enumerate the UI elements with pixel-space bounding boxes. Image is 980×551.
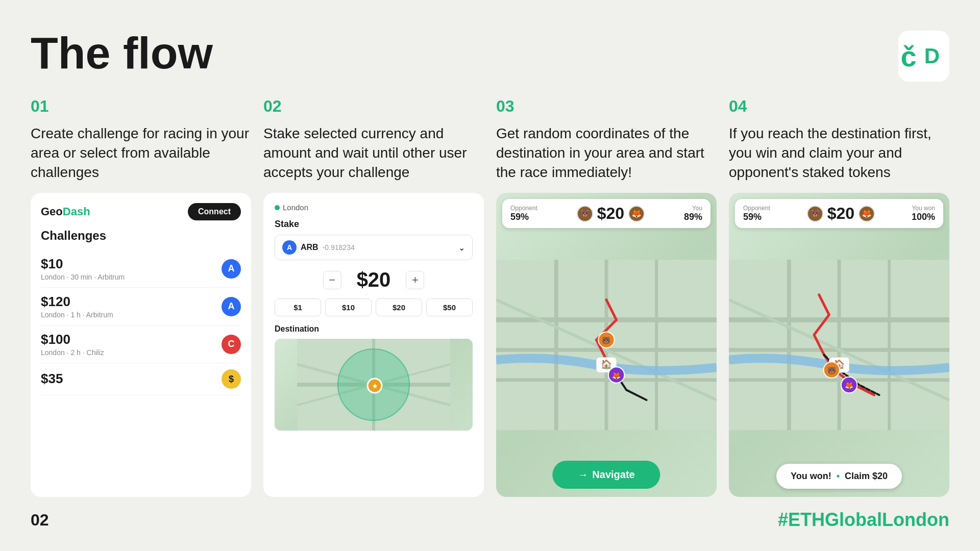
challenges-title: Challenges bbox=[41, 229, 241, 243]
location-header: London bbox=[275, 203, 473, 212]
opponent-pct: 59% bbox=[510, 212, 529, 222]
step-3-number: 03 bbox=[496, 97, 717, 116]
won-opponent-avatar: 🐻 bbox=[807, 206, 823, 222]
you-pct: 89% bbox=[684, 212, 702, 222]
step-2: 02 Stake selected currency and amount an… bbox=[263, 97, 484, 497]
token-name: ARB bbox=[301, 243, 318, 252]
navigate-button[interactable]: → Navigate bbox=[552, 461, 660, 489]
footer-hashtag: #ETHGlobalLondon bbox=[778, 509, 949, 531]
chevron-down-icon: ⌄ bbox=[458, 243, 465, 253]
won-map-svg: 🏠 🐻 🦊 bbox=[729, 193, 949, 497]
stake-amount-value: $20 bbox=[357, 268, 391, 291]
won-map-bg: 🏠 🐻 🦊 bbox=[729, 193, 949, 497]
race-map-svg: 🏠 🐻 🦊 bbox=[496, 193, 717, 497]
you-label: You bbox=[692, 205, 702, 212]
won-opponent-pct: 59% bbox=[743, 212, 762, 222]
challenge-item-2: $120 London · 1 h · Arbitrum A bbox=[41, 288, 241, 325]
location-dot bbox=[275, 205, 280, 210]
quick-btn-50[interactable]: $50 bbox=[426, 298, 473, 316]
quick-btn-20[interactable]: $20 bbox=[376, 298, 422, 316]
logo-box: č D bbox=[898, 31, 949, 82]
arb-circle-icon: A bbox=[282, 240, 297, 255]
opponent-label: Opponent bbox=[510, 205, 537, 212]
claim-label: Claim $20 bbox=[845, 471, 888, 482]
hud-amount: $20 bbox=[597, 204, 624, 223]
token-icon-chiliz: C bbox=[222, 335, 241, 354]
challenge-amount-1: $10 bbox=[41, 256, 125, 272]
minus-button[interactable]: − bbox=[323, 271, 341, 289]
race-map-bg: 🏠 🐻 🦊 bbox=[496, 193, 717, 497]
player-avatar: 🦊 bbox=[628, 206, 645, 222]
svg-text:🦊: 🦊 bbox=[845, 381, 854, 390]
map-bg: ★ bbox=[275, 339, 473, 431]
opponent-avatar: 🐻 bbox=[577, 206, 593, 222]
svg-text:🐻: 🐻 bbox=[827, 366, 837, 375]
token-icon-arb-1: A bbox=[222, 259, 241, 279]
step-4-card: Opponent 59% 🐻 $20 🦊 You won 100% bbox=[729, 193, 949, 497]
logo-icon: č bbox=[900, 40, 916, 73]
step-3-card: Opponent 59% 🐻 $20 🦊 You 89% bbox=[496, 193, 717, 497]
race-hud: Opponent 59% 🐻 $20 🦊 You 89% bbox=[502, 199, 710, 228]
won-hud-amount: $20 bbox=[827, 204, 854, 223]
token-selector[interactable]: A ARB -0.918234 ⌄ bbox=[275, 235, 473, 260]
stake-label: Stake bbox=[275, 219, 473, 230]
quick-amounts: $1 $10 $20 $50 bbox=[275, 298, 473, 316]
step-2-desc: Stake selected currency and amount and w… bbox=[263, 124, 484, 183]
challenge-amount-4: $35 bbox=[41, 371, 63, 387]
token-icon-yellow: $ bbox=[222, 369, 241, 389]
challenge-meta-1: London · 30 min · Arbitrum bbox=[41, 273, 125, 281]
svg-text:🐻: 🐻 bbox=[602, 336, 611, 345]
won-opponent-label: Opponent bbox=[743, 205, 770, 212]
svg-text:D: D bbox=[924, 44, 939, 68]
step-1-card: GeoDash Connect Challenges $10 London · … bbox=[31, 193, 251, 497]
geodash-header: GeoDash Connect bbox=[41, 203, 241, 220]
challenge-item-3: $100 London · 2 h · Chiliz C bbox=[41, 325, 241, 363]
hud-you: You 89% bbox=[684, 205, 702, 222]
won-hud-center: 🐻 $20 🦊 bbox=[775, 204, 906, 223]
challenge-amount-2: $120 bbox=[41, 294, 113, 310]
won-hud-opponent: Opponent 59% bbox=[743, 205, 770, 222]
header: The flow č D bbox=[31, 31, 949, 82]
challenge-meta-2: London · 1 h · Arbitrum bbox=[41, 311, 113, 319]
svg-text:🦊: 🦊 bbox=[612, 371, 621, 380]
token-icon-arb-2: A bbox=[222, 297, 241, 316]
won-dot: • bbox=[837, 471, 840, 482]
step-2-card: London Stake A ARB -0.918234 ⌄ − $20 + bbox=[263, 193, 484, 497]
won-you-label: You won bbox=[912, 205, 935, 212]
step-3: 03 Get random coordinates of the destina… bbox=[496, 97, 717, 497]
step-3-desc: Get random coordinates of the destinatio… bbox=[496, 124, 717, 183]
footer: 02 #ETHGlobalLondon bbox=[31, 509, 949, 531]
map-roads-svg: ★ bbox=[275, 339, 473, 431]
svg-text:★: ★ bbox=[372, 383, 378, 390]
navigate-icon: → bbox=[578, 469, 588, 481]
quick-btn-10[interactable]: $10 bbox=[325, 298, 372, 316]
steps-row: 01 Create challenge for racing in your a… bbox=[31, 97, 949, 497]
brand-logo-svg: D bbox=[917, 41, 947, 71]
won-hud-you: You won 100% bbox=[912, 205, 935, 222]
destination-label: Destination bbox=[275, 324, 473, 334]
step-4: 04 If you reach the destination first, y… bbox=[729, 97, 949, 497]
page-wrapper: The flow č D 01 Create challenge for rac… bbox=[0, 0, 980, 551]
dash-text: Dash bbox=[63, 205, 90, 218]
step-4-desc: If you reach the destination first, you … bbox=[729, 124, 949, 183]
challenge-item-4: $35 $ bbox=[41, 363, 241, 395]
token-balance: -0.918234 bbox=[323, 243, 355, 252]
step-2-number: 02 bbox=[263, 97, 484, 116]
token-sel-left: A ARB -0.918234 bbox=[282, 240, 355, 255]
step-1-desc: Create challenge for racing in your area… bbox=[31, 124, 251, 183]
won-hud: Opponent 59% 🐻 $20 🦊 You won 100% bbox=[735, 199, 943, 228]
amount-control: − $20 + bbox=[275, 268, 473, 291]
location-name: London bbox=[283, 203, 308, 212]
geodash-logo: GeoDash bbox=[41, 205, 90, 218]
quick-btn-1[interactable]: $1 bbox=[275, 298, 321, 316]
connect-button[interactable]: Connect bbox=[188, 203, 241, 220]
step-1: 01 Create challenge for racing in your a… bbox=[31, 97, 251, 497]
won-banner[interactable]: You won! • Claim $20 bbox=[776, 464, 902, 489]
destination-map: ★ bbox=[275, 339, 473, 431]
plus-button[interactable]: + bbox=[406, 271, 424, 289]
svg-text:🏠: 🏠 bbox=[601, 359, 612, 370]
challenge-meta-3: London · 2 h · Chiliz bbox=[41, 348, 104, 357]
won-label: You won! bbox=[791, 471, 831, 482]
geo-text: Geo bbox=[41, 205, 63, 218]
challenge-item-1: $10 London · 30 min · Arbitrum A bbox=[41, 250, 241, 288]
